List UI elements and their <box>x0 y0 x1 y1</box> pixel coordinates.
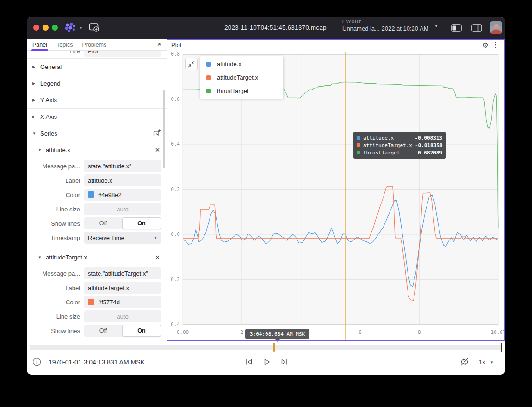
x-tick-label: 8 <box>406 329 432 335</box>
title-field-label: Title <box>27 51 84 55</box>
desktop: { "window": { "traffic_lights": { "close… <box>0 0 532 407</box>
section-x-axis-label: X Axis <box>40 113 57 120</box>
color-label: Color <box>27 191 84 198</box>
collapse-arrows-icon <box>186 59 196 69</box>
hover-tooltip: attitude.x-0.008313 attitudeTarget.x-0.0… <box>353 132 446 159</box>
panel-settings-gear-icon[interactable]: ⚙ <box>483 41 489 49</box>
show-lines-off-button[interactable]: Off <box>84 217 122 229</box>
label-input[interactable]: attitudeTarget.x <box>84 282 161 294</box>
series-editor-header-attitude-target-x[interactable]: ▼ attitudeTarget.x ✕ <box>27 249 167 265</box>
legend-label: thrustTarget <box>217 87 249 94</box>
panel-menu-dots-icon[interactable]: ⋮ <box>492 41 499 49</box>
label-label: Label <box>27 284 84 291</box>
show-lines-off-button[interactable]: Off <box>84 325 122 337</box>
x-tick-label: 10.67 <box>485 329 505 335</box>
legend-swatch-icon[interactable] <box>206 62 211 67</box>
plot-panel[interactable]: Plot ⚙ ⋮ 0.80.60.40.20.0-0.2-0.4 attitud… <box>167 39 505 341</box>
minimize-window-button[interactable] <box>43 25 49 31</box>
playback-scrubber-track[interactable] <box>30 345 502 350</box>
message-path-input[interactable]: state."attitude.x" <box>84 160 161 172</box>
remove-series-icon[interactable]: ✕ <box>155 147 160 154</box>
expanded-caret-icon: ▼ <box>38 255 46 259</box>
playback-timestamp: 1970-01-01 3:04:13.831 AM MSK <box>49 358 145 366</box>
legend-swatch-icon[interactable] <box>206 89 211 93</box>
tab-problems[interactable]: Problems <box>82 39 106 51</box>
y-tick-label: -0.4 <box>168 321 180 327</box>
section-general-label: General <box>40 63 62 70</box>
y-axis-labels: 0.80.60.40.20.0-0.2-0.4 <box>167 54 181 325</box>
panel-title: Plot <box>171 42 181 49</box>
loop-playback-off-icon[interactable] <box>460 358 469 368</box>
timestamp-select[interactable]: Receive Time▼ <box>84 232 161 244</box>
seek-forward-button[interactable] <box>280 358 289 368</box>
show-lines-toggle: OffOn <box>84 217 161 229</box>
tab-panel-label: Panel <box>32 42 47 48</box>
label-input[interactable]: attitude.x <box>84 174 161 186</box>
play-button[interactable] <box>263 358 271 368</box>
title-field-input[interactable]: Plot <box>84 51 161 57</box>
left-sidebar-toggle-button[interactable] <box>451 24 462 34</box>
message-path-input[interactable]: state."attitudeTarget.x" <box>84 267 161 279</box>
line-size-input[interactable]: auto <box>84 203 161 215</box>
y-tick-label: 0.0 <box>171 231 180 237</box>
legend-item[interactable]: attitude.x <box>200 57 283 71</box>
tooltip-swatch-icon <box>357 136 360 140</box>
main-area: Panel Topics Problems ✕ Title Plot ▶Gene… <box>27 39 505 341</box>
tooltip-series-value: -0.008313 <box>414 135 442 141</box>
series-editor-header-attitude-x[interactable]: ▼ attitude.x ✕ <box>27 142 167 158</box>
color-input[interactable]: #f5774d <box>84 296 161 308</box>
close-window-button[interactable] <box>33 25 39 31</box>
tooltip-swatch-icon <box>357 151 360 154</box>
line-size-label: Line size <box>27 206 84 213</box>
legend-label: attitudeTarget.x <box>217 74 258 81</box>
settings-sidebar: Panel Topics Problems ✕ Title Plot ▶Gene… <box>27 39 167 341</box>
section-x-axis[interactable]: ▶X Axis <box>27 109 167 125</box>
color-input[interactable]: #4e98e2 <box>84 189 161 201</box>
tab-panel[interactable]: Panel <box>32 39 47 51</box>
expanded-caret-icon: ▼ <box>38 148 46 152</box>
app-menu-chevron-icon[interactable]: ▼ <box>79 26 83 30</box>
title-row-clipped: Title Plot <box>27 51 167 59</box>
tooltip-series-label: attitudeTarget.x <box>363 142 412 148</box>
show-lines-on-button[interactable]: On <box>122 325 161 337</box>
seek-backward-button[interactable] <box>245 358 253 368</box>
section-legend[interactable]: ▶Legend <box>27 75 167 92</box>
section-series[interactable]: ▼Series <box>27 125 167 142</box>
show-lines-label: Show lines <box>27 220 84 227</box>
foxglove-logo-icon[interactable] <box>63 22 77 36</box>
hover-time-bubble: 3:04:08.684 AM MSK <box>245 329 309 339</box>
x-tick-label: 0.00 <box>170 329 196 335</box>
legend-item[interactable]: thrustTarget <box>200 84 283 98</box>
line-size-input[interactable]: auto <box>84 310 161 322</box>
section-general[interactable]: ▶General <box>27 59 167 75</box>
maximize-window-button[interactable] <box>52 25 58 31</box>
add-panel-button[interactable] <box>89 23 100 34</box>
layout-name: Unnamed la... 2022 at 10:20 AM <box>342 25 428 32</box>
tab-topics[interactable]: Topics <box>56 39 73 51</box>
color-hex-value: #f5774d <box>98 299 120 306</box>
speed-chevron-icon[interactable]: ▼ <box>490 360 494 364</box>
tooltip-row: attitudeTarget.x-0.018358 <box>357 142 442 149</box>
legend-item[interactable]: attitudeTarget.x <box>200 71 283 84</box>
color-swatch[interactable] <box>88 191 94 198</box>
layout-chevron-icon: ▼ <box>434 24 438 28</box>
sidebar-close-icon[interactable]: ✕ <box>157 41 162 48</box>
section-series-label: Series <box>40 130 57 137</box>
app-window: ▼ 2023-11-10T04:51:45.631370.mcap LAYOUT… <box>27 17 505 375</box>
chevron-down-icon: ▼ <box>154 236 157 240</box>
playback-speed-value[interactable]: 1x <box>479 358 485 365</box>
show-lines-label: Show lines <box>27 327 84 334</box>
legend-swatch-icon[interactable] <box>206 75 211 80</box>
remove-series-icon[interactable]: ✕ <box>155 254 160 261</box>
right-sidebar-toggle-button[interactable] <box>471 24 482 34</box>
show-lines-on-button[interactable]: On <box>122 217 161 229</box>
color-swatch[interactable] <box>88 299 94 305</box>
collapse-legend-button[interactable] <box>185 58 198 70</box>
sidebar-scrollbar[interactable] <box>163 90 165 168</box>
add-series-icon[interactable] <box>153 129 161 138</box>
user-avatar[interactable] <box>490 21 502 34</box>
section-y-axis[interactable]: ▶Y Axis <box>27 92 167 109</box>
tooltip-series-label: thrustTarget <box>363 150 400 156</box>
data-source-info-icon[interactable] <box>32 358 41 368</box>
layout-menu-button[interactable]: LAYOUT Unnamed la... 2022 at 10:20 AM ▼ <box>342 19 438 32</box>
